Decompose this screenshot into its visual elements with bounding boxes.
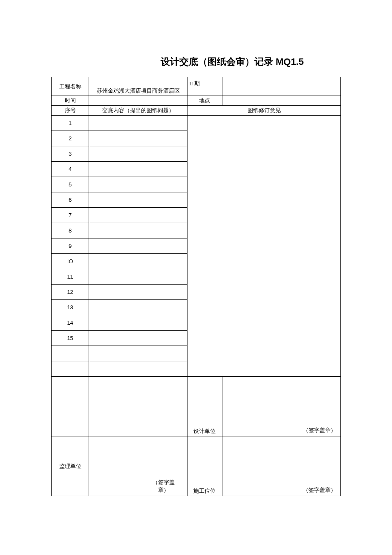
label-location: 地点 xyxy=(187,96,222,106)
label-phase: II 期 xyxy=(187,77,222,96)
cell-content xyxy=(89,146,187,162)
cell-content xyxy=(89,238,187,254)
label-supervision-unit: 监理单位 xyxy=(52,436,89,496)
table-row: 15 xyxy=(52,331,89,346)
table-row: 6 xyxy=(52,192,89,208)
value-location xyxy=(222,96,340,106)
cell-revision-merged xyxy=(187,116,341,377)
cell-content xyxy=(89,346,187,361)
table-row: 5 xyxy=(52,177,89,192)
signature-construction: （签字盖章） xyxy=(222,436,340,496)
cell-content xyxy=(89,223,187,238)
table-row: 7 xyxy=(52,208,89,223)
table-row: 9 xyxy=(52,238,89,254)
header-content: 交底内容（提出的图纸问题） xyxy=(89,106,187,116)
cell-content xyxy=(89,162,187,177)
cell-content xyxy=(89,131,187,146)
table-row xyxy=(52,361,89,377)
cell-content xyxy=(89,254,187,269)
cell-content xyxy=(89,361,187,377)
document-title: 设计交底（图纸会审）记录 MQ1.5 xyxy=(51,55,341,68)
cell-content xyxy=(89,192,187,208)
header-revision: 图纸修订意见 xyxy=(187,106,341,116)
table-row: 1 xyxy=(52,116,89,131)
header-seq: 序号 xyxy=(52,106,89,116)
cell-content xyxy=(89,285,187,300)
cell-content xyxy=(89,300,187,315)
table-row: 11 xyxy=(52,269,89,285)
main-table: 工程名称 苏州金鸡湖大酒店项目商务酒店区 II 期 时间 地点 序号 交底内容（… xyxy=(51,77,341,496)
cell-content xyxy=(89,331,187,346)
table-row: IO xyxy=(52,254,89,269)
value-project-name: 苏州金鸡湖大酒店项目商务酒店区 xyxy=(89,77,187,96)
table-row xyxy=(52,346,89,361)
table-row: 4 xyxy=(52,162,89,177)
cell-blank-content xyxy=(89,377,187,436)
table-row: 3 xyxy=(52,146,89,162)
label-project-name: 工程名称 xyxy=(52,77,89,96)
value-time xyxy=(89,96,187,106)
signature-supervision: （签字盖章） xyxy=(89,436,187,496)
cell-content xyxy=(89,269,187,285)
cell-content xyxy=(89,208,187,223)
table-row: 2 xyxy=(52,131,89,146)
cell-content xyxy=(89,116,187,131)
label-time: 时间 xyxy=(52,96,89,106)
label-construction-unit: 施工位位 xyxy=(187,436,222,496)
cell-content xyxy=(89,315,187,331)
value-phase xyxy=(222,77,340,96)
cell-blank-left xyxy=(52,377,89,436)
table-row: 14 xyxy=(52,315,89,331)
table-row: 13 xyxy=(52,300,89,315)
cell-content xyxy=(89,177,187,192)
table-row: 12 xyxy=(52,285,89,300)
signature-design: （签字盖章） xyxy=(222,377,340,436)
label-design-unit: 设计单位 xyxy=(187,377,222,436)
table-row: 8 xyxy=(52,223,89,238)
